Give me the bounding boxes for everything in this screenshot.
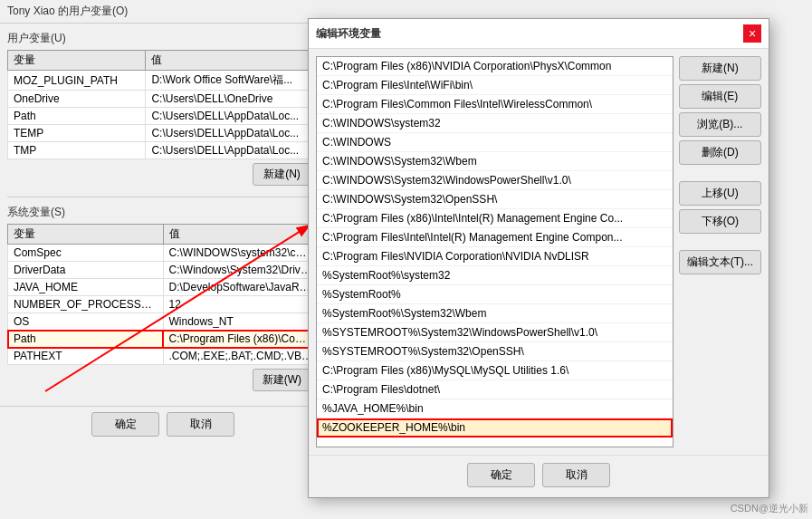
sys-var-name: NUMBER_OF_PROCESSORS bbox=[8, 296, 164, 313]
path-list-item[interactable]: C:\Program Files\NVIDIA Corporation\NVID… bbox=[317, 247, 673, 266]
path-list-item[interactable]: %JAVA_HOME%\bin bbox=[317, 399, 673, 418]
edit-dialog: 编辑环境变量 × C:\Program Files (x86)\NVIDIA C… bbox=[308, 18, 769, 498]
move-down-button[interactable]: 下移(O) bbox=[679, 209, 761, 234]
user-new-button[interactable]: 新建(N) bbox=[253, 163, 311, 186]
path-list-item[interactable]: %SYSTEMROOT%\System32\WindowsPowerShell\… bbox=[317, 323, 673, 342]
path-list-item[interactable]: C:\Program Files\Intel\WiFi\bin\ bbox=[317, 76, 673, 95]
user-vars-btn-group: 新建(N) bbox=[7, 159, 319, 189]
sys-var-name: Path bbox=[8, 331, 164, 348]
dialog-cancel-button[interactable]: 取消 bbox=[542, 463, 610, 487]
user-var-name: TEMP bbox=[8, 125, 146, 142]
user-var-value: D:\Work Office SoftWare\福... bbox=[146, 71, 319, 91]
user-var-row[interactable]: PathC:\Users\DELL\AppData\Loc... bbox=[8, 108, 319, 125]
main-header: Tony Xiao 的用户变量(O) bbox=[0, 0, 326, 24]
user-var-name: MOZ_PLUGIN_PATH bbox=[8, 71, 146, 91]
path-list-item[interactable]: C:\Program Files\dotnet\ bbox=[317, 380, 673, 399]
main-footer: 确定 取消 bbox=[0, 406, 326, 442]
user-vars-table: 变量 值 MOZ_PLUGIN_PATHD:\Work Office SoftW… bbox=[7, 50, 319, 159]
path-list-item[interactable]: C:\Program Files\Common Files\Intel\Wire… bbox=[317, 95, 673, 114]
edit-text-button[interactable]: 编辑文本(T)... bbox=[679, 250, 761, 274]
delete-path-button[interactable]: 删除(D) bbox=[679, 140, 761, 165]
sys-var-name: DriverData bbox=[8, 262, 164, 279]
watermark: CSDN@逆光小新 bbox=[731, 502, 808, 515]
path-list-item[interactable]: C:\Program Files (x86)\NVIDIA Corporatio… bbox=[317, 57, 673, 76]
sys-var-row[interactable]: OSWindows_NT bbox=[8, 313, 319, 331]
path-list-item[interactable]: C:\Program Files (x86)\MySQL\MySQL Utili… bbox=[317, 361, 673, 380]
dialog-titlebar: 编辑环境变量 × bbox=[309, 19, 769, 49]
dialog-close-button[interactable]: × bbox=[743, 24, 761, 43]
path-list[interactable]: C:\Program Files (x86)\NVIDIA Corporatio… bbox=[316, 56, 673, 447]
path-list-item[interactable]: C:\Program Files (x86)\Intel\Intel(R) Ma… bbox=[317, 209, 673, 228]
sys-var-row[interactable]: PATHEXT.COM;.EXE;.BAT;.CMD;.VBS;... bbox=[8, 348, 319, 365]
user-col-var: 变量 bbox=[8, 51, 146, 71]
dialog-body: C:\Program Files (x86)\NVIDIA Corporatio… bbox=[309, 49, 769, 455]
sys-var-value: C:\Windows\System32\Drive... bbox=[163, 262, 319, 279]
path-list-item[interactable]: C:\WINDOWS\System32\WindowsPowerShell\v1… bbox=[317, 171, 673, 190]
sys-var-value: D:\DevelopSoftware\JavaRun... bbox=[163, 279, 319, 296]
main-confirm-button[interactable]: 确定 bbox=[91, 412, 159, 437]
main-cancel-button[interactable]: 取消 bbox=[167, 412, 234, 437]
main-title: Tony Xiao 的用户变量(O) bbox=[7, 5, 128, 17]
user-var-value: C:\Users\DELL\AppData\Loc... bbox=[146, 142, 319, 159]
sys-vars-btn-group: 新建(W) bbox=[7, 365, 319, 395]
sys-col-val: 值 bbox=[163, 225, 319, 245]
user-var-value: C:\Users\DELL\OneDrive bbox=[146, 91, 319, 108]
path-list-item[interactable]: %SystemRoot%\system32 bbox=[317, 266, 673, 285]
path-list-item[interactable]: %SystemRoot%\System32\Wbem bbox=[317, 304, 673, 323]
browse-path-button[interactable]: 浏览(B)... bbox=[679, 112, 761, 137]
sys-var-row[interactable]: DriverDataC:\Windows\System32\Drive... bbox=[8, 262, 319, 279]
new-path-button[interactable]: 新建(N) bbox=[679, 56, 761, 81]
sys-var-name: OS bbox=[8, 313, 164, 331]
dialog-button-group: 新建(N) 编辑(E) 浏览(B)... 删除(D) 上移(U) 下移(O) 编… bbox=[679, 56, 761, 447]
user-var-row[interactable]: OneDriveC:\Users\DELL\OneDrive bbox=[8, 91, 319, 108]
sys-vars-title: 系统变量(S) bbox=[7, 205, 319, 220]
path-list-item[interactable]: C:\WINDOWS\System32\OpenSSH\ bbox=[317, 190, 673, 209]
sys-var-row[interactable]: PathC:\Program Files (x86)\Comn... bbox=[8, 331, 319, 348]
user-var-name: Path bbox=[8, 108, 146, 125]
path-list-item[interactable]: C:\WINDOWS\system32 bbox=[317, 114, 673, 133]
user-var-value: C:\Users\DELL\AppData\Loc... bbox=[146, 108, 319, 125]
sys-new-button[interactable]: 新建(W) bbox=[253, 369, 311, 391]
sys-var-row[interactable]: JAVA_HOMED:\DevelopSoftware\JavaRun... bbox=[8, 279, 319, 296]
edit-path-button[interactable]: 编辑(E) bbox=[679, 84, 761, 109]
path-list-item[interactable]: C:\Program Files\Intel\Intel(R) Manageme… bbox=[317, 228, 673, 247]
path-list-item[interactable]: C:\WINDOWS\System32\Wbem bbox=[317, 152, 673, 171]
sys-var-name: JAVA_HOME bbox=[8, 279, 164, 296]
sys-var-value: .COM;.EXE;.BAT;.CMD;.VBS;... bbox=[163, 348, 319, 365]
path-list-item[interactable]: %ZOOKEEPER_HOME%\bin bbox=[317, 418, 673, 437]
path-list-item[interactable]: C:\WINDOWS bbox=[317, 133, 673, 152]
dialog-footer: 确定 取消 bbox=[309, 455, 769, 495]
sys-var-value: C:\Program Files (x86)\Comn... bbox=[163, 331, 319, 348]
sys-var-row[interactable]: NUMBER_OF_PROCESSORS12 bbox=[8, 296, 319, 313]
sys-vars-table: 变量 值 ComSpecC:\WINDOWS\system32\cm...Dri… bbox=[7, 224, 319, 365]
user-var-name: TMP bbox=[8, 142, 146, 159]
user-var-row[interactable]: TMPC:\Users\DELL\AppData\Loc... bbox=[8, 142, 319, 159]
path-list-item[interactable]: %SystemRoot% bbox=[317, 285, 673, 304]
user-var-row[interactable]: TEMPC:\Users\DELL\AppData\Loc... bbox=[8, 125, 319, 142]
dialog-title: 编辑环境变量 bbox=[316, 26, 381, 42]
main-window: Tony Xiao 的用户变量(O) 用户变量(U) 变量 值 MOZ_PLUG… bbox=[0, 0, 326, 519]
move-up-button[interactable]: 上移(U) bbox=[679, 181, 761, 206]
sys-col-var: 变量 bbox=[8, 225, 164, 245]
sys-var-value: Windows_NT bbox=[163, 313, 319, 331]
user-col-val: 值 bbox=[146, 51, 319, 71]
user-var-name: OneDrive bbox=[8, 91, 146, 108]
sys-var-name: ComSpec bbox=[8, 245, 164, 262]
user-vars-section: 用户变量(U) 变量 值 MOZ_PLUGIN_PATHD:\Work Offi… bbox=[0, 24, 326, 197]
sys-var-name: PATHEXT bbox=[8, 348, 164, 365]
user-var-value: C:\Users\DELL\AppData\Loc... bbox=[146, 125, 319, 142]
sys-var-value: C:\WINDOWS\system32\cm... bbox=[163, 245, 319, 262]
path-list-item[interactable]: %SYSTEMROOT%\System32\OpenSSH\ bbox=[317, 342, 673, 361]
user-var-row[interactable]: MOZ_PLUGIN_PATHD:\Work Office SoftWare\福… bbox=[8, 71, 319, 91]
dialog-confirm-button[interactable]: 确定 bbox=[467, 463, 535, 487]
user-vars-title: 用户变量(U) bbox=[7, 31, 319, 46]
sys-vars-section: 系统变量(S) 变量 值 ComSpecC:\WINDOWS\system32\… bbox=[0, 197, 326, 402]
sys-var-row[interactable]: ComSpecC:\WINDOWS\system32\cm... bbox=[8, 245, 319, 262]
sys-var-value: 12 bbox=[163, 296, 319, 313]
